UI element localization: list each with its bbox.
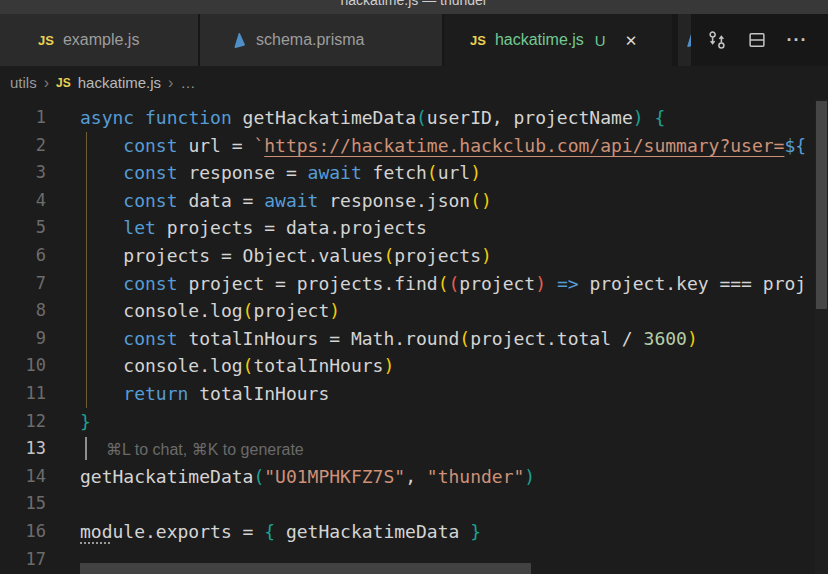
code-line-content[interactable]: const totalInHours = Math.round(project.… (80, 325, 828, 353)
code-line-content[interactable]: const project = projects.find((project) … (80, 270, 828, 298)
code-line[interactable]: 13⌘L to chat, ⌘K to generate (0, 435, 828, 463)
prisma-file-icon (230, 32, 247, 49)
ai-hint-ghost-text: ⌘L to chat, ⌘K to generate (106, 441, 304, 458)
line-number: 14 (0, 463, 46, 491)
more-actions-icon[interactable]: ··· (784, 27, 810, 53)
line-number: 17 (0, 546, 46, 574)
breadcrumb-file[interactable]: hackatime.js (78, 74, 161, 91)
close-tab-icon[interactable]: ✕ (625, 33, 638, 48)
code-line-content[interactable]: console.log(totalInHours) (80, 352, 828, 380)
line-number: 16 (0, 518, 46, 546)
tab-label: example.js (63, 31, 139, 49)
code-line-content[interactable]: const data = await response.json() (80, 187, 828, 215)
code-line-content[interactable]: } (80, 408, 828, 436)
code-line[interactable]: 11 return totalInHours (0, 380, 828, 408)
code-line-content[interactable]: const response = await fetch(url) (80, 159, 828, 187)
line-number: 8 (0, 297, 46, 325)
code-line-content[interactable]: ⌘L to chat, ⌘K to generate (80, 435, 828, 463)
chevron-right-icon: › (168, 74, 173, 92)
split-editor-icon[interactable] (744, 27, 770, 53)
breadcrumb: utils › JS hackatime.js › … (0, 66, 828, 99)
line-number: 5 (0, 214, 46, 242)
line-number: 6 (0, 242, 46, 270)
code-line[interactable]: 7 const project = projects.find((project… (0, 270, 828, 298)
window-titlebar: hackatime.js — thunder (0, 0, 828, 14)
line-number: 7 (0, 270, 46, 298)
code-line[interactable]: 16module.exports = { getHackatimeData } (0, 518, 828, 546)
javascript-file-icon: JS (56, 76, 71, 90)
code-line[interactable]: 3 const response = await fetch(url) (0, 159, 828, 187)
code-line-content[interactable]: const url = `https://hackatime.hackclub.… (80, 132, 828, 160)
line-number: 4 (0, 187, 46, 215)
code-line[interactable]: 2 const url = `https://hackatime.hackclu… (0, 132, 828, 160)
line-number: 12 (0, 408, 46, 436)
tab-schema-prisma[interactable]: schema.prisma (200, 14, 444, 66)
line-number: 3 (0, 159, 46, 187)
text-cursor (85, 437, 87, 460)
tab-example-js[interactable]: JS example.js (0, 14, 200, 66)
editor-window: hackatime.js — thunder JS example.js sch… (0, 0, 828, 574)
tab-partial-scrolled[interactable] (678, 14, 692, 66)
code-line[interactable]: 4 const data = await response.json() (0, 187, 828, 215)
code-line[interactable]: 10 console.log(totalInHours) (0, 352, 828, 380)
code-line[interactable]: 1async function getHackatimeData(userID,… (0, 104, 828, 132)
tab-hackatime-js[interactable]: JS hackatime.js U ✕ (444, 14, 672, 66)
line-number: 11 (0, 380, 46, 408)
vertical-scrollbar[interactable] (815, 99, 828, 574)
code-line[interactable]: 14getHackatimeData("U01MPHKFZ7S", "thund… (0, 463, 828, 491)
code-line-content[interactable]: async function getHackatimeData(userID, … (80, 104, 828, 132)
code-line-content[interactable]: projects = Object.values(projects) (80, 242, 828, 270)
code-line-content[interactable]: return totalInHours (80, 380, 828, 408)
tab-label: hackatime.js (495, 31, 584, 49)
code-line[interactable]: 12} (0, 408, 828, 436)
code-line[interactable]: 6 projects = Object.values(projects) (0, 242, 828, 270)
tab-label: schema.prisma (256, 31, 364, 49)
code-line-content[interactable]: module.exports = { getHackatimeData } (80, 518, 828, 546)
line-number: 15 (0, 490, 46, 518)
javascript-file-icon: JS (38, 33, 54, 48)
window-title: hackatime.js — thunder (340, 0, 487, 6)
prisma-file-icon (683, 32, 692, 48)
code-line-content[interactable]: console.log(project) (80, 297, 828, 325)
code-line[interactable]: 9 const totalInHours = Math.round(projec… (0, 325, 828, 353)
compare-changes-icon[interactable] (704, 27, 730, 53)
code-editor[interactable]: 1async function getHackatimeData(userID,… (0, 99, 828, 574)
line-number: 10 (0, 352, 46, 380)
git-untracked-badge: U (595, 32, 606, 49)
code-line-content[interactable]: let projects = data.projects (80, 214, 828, 242)
code-line[interactable]: 8 console.log(project) (0, 297, 828, 325)
breadcrumb-folder[interactable]: utils (10, 74, 37, 91)
line-number: 1 (0, 104, 46, 132)
horizontal-scrollbar-thumb[interactable] (80, 563, 531, 574)
tab-bar: JS example.js schema.prisma JS hackatime… (0, 14, 828, 66)
code-line-content[interactable] (80, 490, 828, 518)
code-lines: 1async function getHackatimeData(userID,… (0, 104, 828, 573)
javascript-file-icon: JS (470, 33, 486, 48)
editor-actions: ··· (692, 14, 828, 66)
vertical-scrollbar-thumb[interactable] (816, 101, 827, 309)
code-line[interactable]: 15 (0, 490, 828, 518)
chevron-right-icon: › (44, 74, 49, 92)
line-number: 2 (0, 132, 46, 160)
line-number: 13 (0, 435, 46, 463)
code-line[interactable]: 5 let projects = data.projects (0, 214, 828, 242)
breadcrumb-symbol[interactable]: … (180, 74, 195, 91)
horizontal-scrollbar[interactable] (80, 563, 828, 574)
code-line-content[interactable]: getHackatimeData("U01MPHKFZ7S", "thunder… (80, 463, 828, 491)
line-number: 9 (0, 325, 46, 353)
